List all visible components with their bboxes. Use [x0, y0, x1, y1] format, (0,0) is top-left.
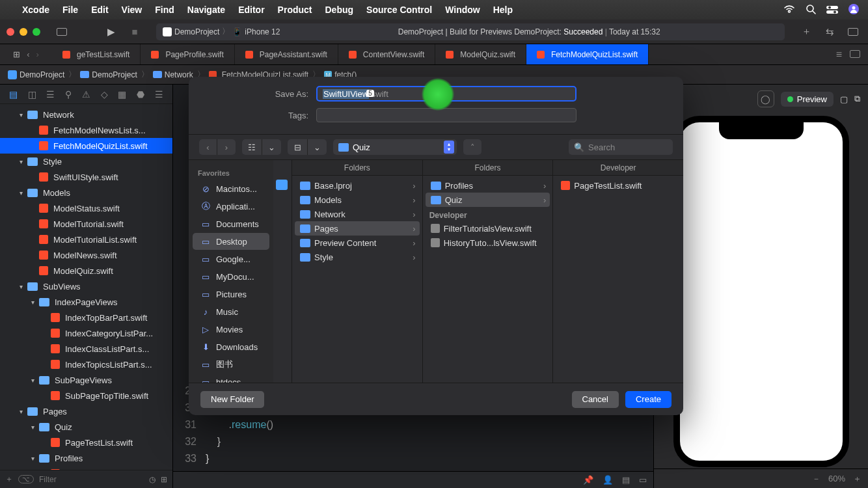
tree-folder[interactable]: ▾Network [0, 107, 172, 122]
jump-project[interactable]: DemoProject [20, 70, 64, 79]
browser-item[interactable]: FilterTutorialsView.swift [426, 221, 550, 236]
tags-input[interactable] [316, 108, 576, 122]
tree-folder[interactable]: ▾Models [0, 185, 172, 200]
tree-file[interactable]: ModelNews.swift [0, 247, 172, 263]
editor-tab[interactable]: ContentView.swift [338, 44, 436, 64]
project-tree[interactable]: ▾NetworkFetchModelNewsList.s...FetchMode… [0, 104, 172, 470]
menu-view[interactable]: View [122, 5, 142, 15]
favorite-item[interactable]: ♪Music [193, 303, 269, 320]
location-popup[interactable]: Quiz ▴▾ [333, 139, 457, 155]
stop-button[interactable]: ■ [126, 25, 143, 39]
favorite-item[interactable]: ▭MyDocu... [193, 268, 269, 285]
tree-file[interactable]: FetchModelQuizList.swift [0, 138, 172, 154]
tree-file[interactable]: SwiftUIStyle.swift [0, 169, 172, 185]
go-forward-icon[interactable]: › [36, 49, 39, 59]
browser-item[interactable]: Profiles› [426, 178, 550, 193]
filter-scope-icon[interactable]: ⌥ [18, 475, 34, 483]
tree-folder[interactable]: ▾Pages [0, 403, 172, 419]
editor-tab[interactable]: ModelQuiz.swift [435, 44, 526, 64]
zoom-out-icon[interactable]: － [812, 473, 821, 485]
browser-item[interactable]: Base.lproj› [295, 178, 420, 193]
zoom-window-button[interactable] [33, 28, 40, 36]
group-icon[interactable]: ⊟ [288, 139, 307, 155]
browser-item[interactable]: Quiz› [426, 193, 550, 207]
favorite-item[interactable]: ▭图书 [193, 356, 269, 373]
nav-back-button[interactable]: ‹ [199, 139, 217, 155]
source-control-nav-icon[interactable]: ◫ [28, 89, 36, 100]
menu-product[interactable]: Product [278, 5, 312, 15]
wifi-icon[interactable] [783, 5, 795, 16]
editor-tab[interactable]: FetchModelQuizList.swift [526, 44, 649, 64]
go-back-icon[interactable]: ‹ [27, 49, 29, 59]
tree-file[interactable]: ModelQuiz.swift [0, 263, 172, 278]
tree-file[interactable]: ModelStatus.swift [0, 200, 172, 216]
control-center-icon[interactable] [826, 5, 838, 16]
browser-item[interactable]: Network› [295, 207, 420, 221]
user-icon[interactable] [848, 4, 859, 16]
jump-folder[interactable]: Network [165, 70, 193, 79]
editor-tab[interactable]: PageAssistant.swift [235, 44, 338, 64]
menu-window[interactable]: Window [445, 5, 480, 15]
tree-folder[interactable]: ▾SubPageViews [0, 372, 172, 388]
add-button-icon[interactable]: ＋ [798, 25, 815, 39]
browser-item[interactable]: Models› [295, 193, 420, 207]
activity-status-bar[interactable]: DemoProject 〉 📱 iPhone 12 DemoProject | … [156, 23, 785, 40]
preview-pin-icon[interactable]: ◯ [757, 90, 774, 107]
favorite-item[interactable]: ▭Documents [193, 215, 269, 232]
menu-help[interactable]: Help [493, 5, 513, 15]
zoom-in-icon[interactable]: ＋ [853, 473, 861, 485]
app-menu[interactable]: Xcode [22, 5, 49, 15]
favorite-item[interactable]: ▭htdocs [193, 373, 269, 383]
tree-file[interactable]: ModelTutorialList.swift [0, 232, 172, 247]
report-nav-icon[interactable]: ☰ [155, 89, 163, 100]
favorite-item[interactable]: ⬇Downloads [193, 338, 269, 355]
recent-filter-icon[interactable]: ◷ [149, 475, 156, 484]
close-window-button[interactable] [7, 28, 14, 36]
test-nav-icon[interactable]: ◇ [101, 89, 108, 100]
group-options-icon[interactable]: ⌄ [307, 139, 327, 155]
breakpoint-nav-icon[interactable]: ⬣ [137, 89, 144, 100]
menu-find[interactable]: Find [155, 5, 174, 15]
tree-file[interactable]: IndexTopBarPart.swift [0, 310, 172, 325]
preview-button[interactable]: Preview [781, 92, 834, 107]
browser-item[interactable]: Pages› [295, 221, 420, 236]
new-folder-button[interactable]: New Folder [200, 391, 264, 408]
navigator-selector[interactable]: ▤ ◫ ☰ ⚲ ⚠ ◇ ▦ ⬣ ☰ [0, 85, 172, 104]
authors-icon[interactable]: 👤 [603, 475, 613, 485]
symbol-nav-icon[interactable]: ☰ [46, 89, 55, 100]
browser-item[interactable]: Style› [295, 250, 420, 264]
tree-folder[interactable]: ▾Profiles [0, 450, 172, 466]
view-mode-segmented[interactable]: ☷ ⌄ [242, 139, 281, 155]
menu-file[interactable]: File [62, 5, 78, 15]
menu-debug[interactable]: Debug [325, 5, 354, 15]
editor-tab[interactable]: geTestList.swift [52, 44, 141, 64]
dialog-search[interactable]: 🔍 Search [569, 139, 673, 155]
zoom-level[interactable]: 60% [828, 474, 845, 483]
browser-item[interactable]: HistoryTuto...lsView.swift [426, 236, 550, 250]
canvas-toggle-icon[interactable]: ▭ [639, 475, 647, 485]
scheme-selector[interactable]: DemoProject 〉 📱 iPhone 12 [163, 26, 280, 37]
tree-file[interactable]: IndexClassListPart.s... [0, 341, 172, 357]
group-segmented[interactable]: ⊟ ⌄ [288, 139, 327, 155]
minimap-icon[interactable]: ▤ [622, 475, 630, 485]
tree-file[interactable]: SubPageTopTitle.swift [0, 388, 172, 403]
menu-navigate[interactable]: Navigate [187, 5, 225, 15]
library-icon[interactable]: ⇆ [821, 25, 838, 39]
debug-nav-icon[interactable]: ▦ [118, 89, 126, 100]
device-preview[interactable] [673, 116, 849, 467]
menu-editor[interactable]: Editor [238, 5, 264, 15]
add-file-icon[interactable]: ＋ [5, 474, 13, 485]
toggle-navigator-icon[interactable] [53, 25, 70, 39]
tree-folder[interactable]: ▾IndexPageViews [0, 294, 172, 310]
pin-icon[interactable]: 📌 [583, 475, 593, 485]
adjust-editor-icon[interactable]: ≡ [836, 49, 842, 61]
create-button[interactable]: Create [625, 391, 671, 408]
xcodeproj-icon[interactable] [276, 180, 288, 190]
find-nav-icon[interactable]: ⚲ [65, 89, 72, 100]
tree-file[interactable]: PageTestList.swift [0, 435, 172, 450]
jump-group[interactable]: DemoProject [92, 70, 137, 79]
duplicate-preview-icon[interactable]: ⧉ [854, 94, 860, 104]
issue-nav-icon[interactable]: ⚠ [82, 89, 90, 100]
tree-folder[interactable]: ▾SubViews [0, 278, 172, 294]
scm-filter-icon[interactable]: ⊞ [161, 475, 167, 484]
